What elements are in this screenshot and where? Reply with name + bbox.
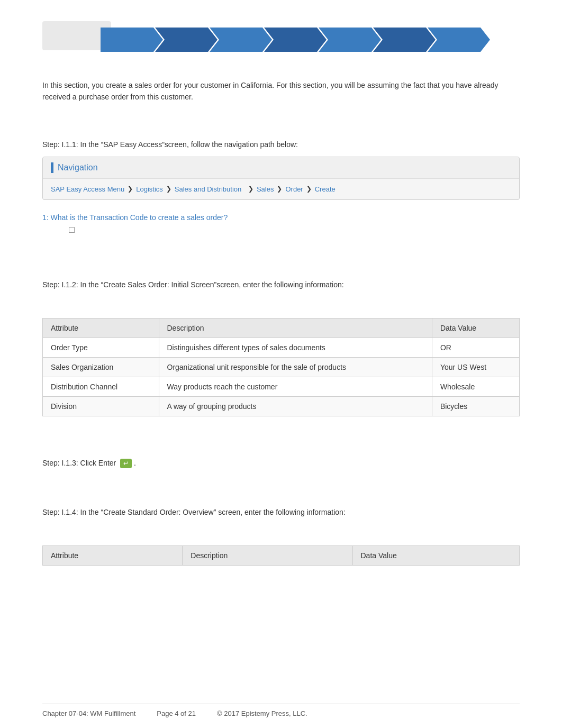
table2-header-row: Attribute Description Data Value <box>43 546 520 566</box>
arrow-3 <box>210 28 262 52</box>
table-row: Distribution Channel Way products reach … <box>43 377 520 396</box>
footer-copyright: © 2017 Epistemy Press, LLC. <box>217 709 307 717</box>
table1-val-1: OR <box>432 338 519 357</box>
table1-desc-1: Distinguishes different types of sales d… <box>159 338 432 357</box>
nav-path-item-6: Create <box>315 185 336 193</box>
nav-path-item-3: Sales and Distribution <box>175 185 241 193</box>
table1-attr-4: Division <box>43 396 159 416</box>
nav-sep-4: ❯ <box>277 185 282 193</box>
nav-path-item-5: Order <box>285 185 303 193</box>
table-row: Sales Organization Organizational unit r… <box>43 357 520 377</box>
step1-text: Step: I.1.1: In the “SAP Easy Access”scr… <box>42 140 520 149</box>
arrow-2 <box>155 28 208 52</box>
nav-sep-1: ❯ <box>128 185 133 193</box>
nav-path-item-1: SAP Easy Access Menu <box>51 185 124 193</box>
step3-after: . <box>134 459 136 467</box>
table2-col-attribute: Attribute <box>43 546 183 566</box>
nav-path-item-2: Logistics <box>136 185 163 193</box>
page-container: In this section, you create a sales orde… <box>0 0 562 728</box>
footer-page: Page 4 of 21 <box>157 709 196 717</box>
question-section-1: 1: What is the Transaction Code to creat… <box>42 213 520 235</box>
arrows-container <box>101 26 482 53</box>
table1-col-attribute: Attribute <box>43 318 159 338</box>
step2-text: Step: I.1.2: In the “Create Sales Order:… <box>42 280 520 289</box>
arrow-4 <box>264 28 317 52</box>
table2-col-description: Description <box>183 546 352 566</box>
arrow-7 <box>428 28 481 52</box>
table-row: Order Type Distinguishes different types… <box>43 338 520 357</box>
arrow-1 <box>101 28 153 52</box>
nav-title: Navigation <box>43 157 519 179</box>
table2-col-value: Data Value <box>352 546 520 566</box>
nav-sep-2: ❯ <box>166 185 171 193</box>
table1: Attribute Description Data Value Order T… <box>42 318 520 416</box>
nav-sep-5: ❯ <box>306 185 312 193</box>
table1-desc-3: Way products reach the customer <box>159 377 432 396</box>
nav-sep-3: ❯ <box>244 185 253 193</box>
intro-text: In this section, you create a sales orde… <box>42 79 520 103</box>
step3-text: Step: I.1.3: Click Enter . <box>42 459 520 468</box>
table1-attr-1: Order Type <box>43 338 159 357</box>
nav-path-item-4: Sales <box>257 185 274 193</box>
step3-label: Step: I.1.3: Click Enter <box>42 459 116 467</box>
question-text-1: What is the Transaction Code to create a… <box>51 213 228 222</box>
step4-text: Step: I.1.4: In the “Create Standard Ord… <box>42 508 520 516</box>
nav-path: SAP Easy Access Menu ❯ Logistics ❯ Sales… <box>43 179 519 199</box>
arrow-5 <box>319 28 371 52</box>
table1-desc-4: A way of grouping products <box>159 396 432 416</box>
table1-desc-2: Organizational unit responsible for the … <box>159 357 432 377</box>
question-number-1: 1: <box>42 213 49 222</box>
table1-header-row: Attribute Description Data Value <box>43 318 520 338</box>
navigation-box: Navigation SAP Easy Access Menu ❯ Logist… <box>42 157 520 200</box>
table1-attr-3: Distribution Channel <box>43 377 159 396</box>
header-banner <box>42 16 520 63</box>
table1-col-description: Description <box>159 318 432 338</box>
enter-icon <box>120 459 132 468</box>
nav-title-label: Navigation <box>58 163 98 172</box>
nav-title-bar <box>51 162 53 173</box>
question-answer-1: □ <box>69 224 520 235</box>
table1-attr-2: Sales Organization <box>43 357 159 377</box>
footer-chapter: Chapter 07-04: WM Fulfillment <box>42 709 135 717</box>
table2: Attribute Description Data Value <box>42 545 520 566</box>
table1-col-value: Data Value <box>432 318 519 338</box>
table1-val-4: Bicycles <box>432 396 519 416</box>
table1-val-3: Wholesale <box>432 377 519 396</box>
footer: Chapter 07-04: WM Fulfillment Page 4 of … <box>42 704 520 717</box>
arrow-6 <box>373 28 426 52</box>
table-row: Division A way of grouping products Bicy… <box>43 396 520 416</box>
table1-val-2: Your US West <box>432 357 519 377</box>
